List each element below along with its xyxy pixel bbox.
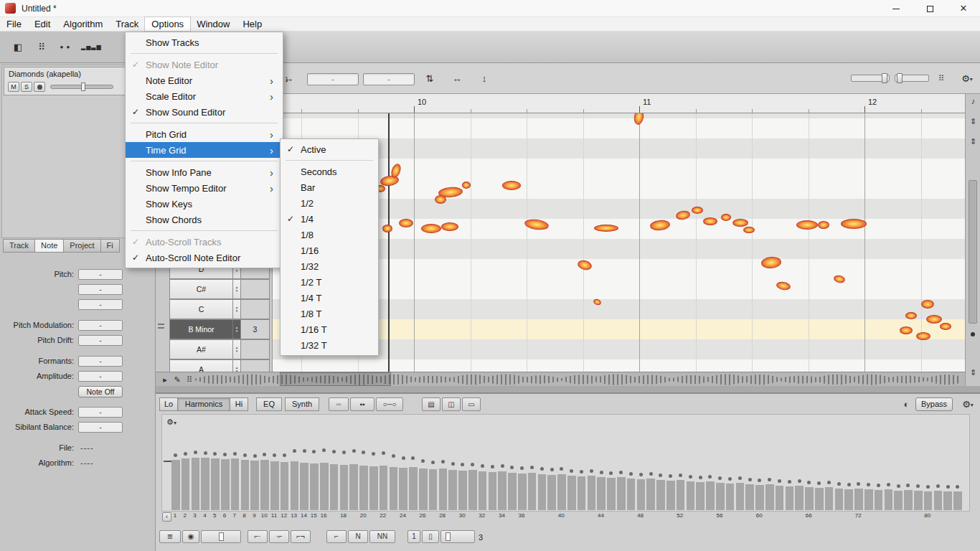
harmonic-bar[interactable] [815, 488, 824, 510]
pitch-ruler-cell-a[interactable]: A#▴▾ [169, 339, 241, 359]
harmonic-marker-dot[interactable] [570, 469, 573, 473]
harmonic-bar[interactable] [547, 475, 556, 510]
options-menu-item-show-info-pane[interactable]: Show Info Pane› [126, 164, 283, 180]
harmonic-bar[interactable] [924, 491, 933, 510]
harmonic-marker-dot[interactable] [223, 453, 227, 456]
harmonic-bar[interactable] [241, 460, 250, 510]
note-blob[interactable] [524, 218, 550, 232]
harmonic-marker-dot[interactable] [867, 483, 870, 486]
options-menu-item-show-sound-editor[interactable]: ✓Show Sound Editor [126, 104, 283, 120]
harmonic-marker-dot[interactable] [471, 463, 474, 466]
time-spread-icon-button[interactable]: ↔ [447, 71, 467, 86]
harmonic-marker-dot[interactable] [916, 484, 920, 488]
note-blob[interactable] [760, 256, 781, 269]
sound-tab-synth[interactable]: Synth [285, 397, 319, 411]
voice-slider[interactable] [440, 530, 475, 543]
harmonic-marker-dot[interactable] [669, 474, 672, 478]
harmonic-marker-dot[interactable] [520, 466, 524, 470]
harmonic-bar[interactable] [885, 489, 893, 510]
solo-button[interactable]: S [21, 82, 32, 92]
harmonic-marker-dot[interactable] [362, 451, 365, 454]
harmonic-bar[interactable] [479, 471, 487, 510]
sound-tab-harmonics[interactable]: Harmonics [177, 397, 230, 411]
harmonic-marker-dot[interactable] [213, 452, 217, 456]
harmonic-bar[interactable] [745, 484, 754, 510]
time-grid-item-1-32[interactable]: 1/32 [281, 258, 378, 274]
harmonic-bar[interactable] [795, 486, 804, 510]
time-grid-item-active[interactable]: ✓Active [281, 141, 378, 157]
sound-tool-boxes-icon[interactable]: ▫▫ [329, 397, 349, 411]
shape-corner-button[interactable]: ⌐ [326, 530, 347, 543]
record-arm-button[interactable] [34, 82, 45, 92]
harmonic-marker-dot[interactable] [174, 453, 177, 457]
harmonic-marker-dot[interactable] [609, 471, 613, 475]
note-blob[interactable] [900, 326, 913, 334]
vertical-shift-icon-button[interactable]: ↕ [474, 71, 494, 86]
harmonic-marker-dot[interactable] [897, 484, 900, 488]
pencil-icon[interactable]: ✎ [171, 374, 183, 385]
harmonic-bar[interactable] [419, 468, 428, 510]
menubar-item-edit[interactable]: Edit [28, 17, 57, 31]
menubar-item-options[interactable]: Options [145, 17, 190, 31]
note-blob[interactable] [382, 225, 392, 232]
scroll-thumb[interactable] [280, 372, 391, 386]
harmonic-marker-dot[interactable] [372, 452, 375, 456]
harmonic-marker-dot[interactable] [877, 484, 880, 487]
harmonic-bar[interactable] [953, 491, 962, 510]
harmonic-bar[interactable] [458, 471, 467, 510]
harmonic-bar[interactable] [508, 473, 517, 510]
options-menu-item-scale-editor[interactable]: Scale Editor› [126, 88, 283, 104]
macro-dropdown-1[interactable]: - [307, 73, 359, 85]
note-blob[interactable] [721, 214, 731, 221]
pitch-fader-icon-button[interactable]: ⇅ [420, 71, 440, 86]
harmonic-bar[interactable] [409, 467, 418, 510]
harmonic-bar[interactable] [390, 467, 398, 510]
harmonic-marker-dot[interactable] [649, 472, 653, 476]
time-grid-item-1-4-t[interactable]: 1/4 T [281, 290, 378, 306]
harmonic-marker-dot[interactable] [312, 450, 316, 453]
harmonic-bar[interactable] [448, 470, 457, 510]
harmonic-bar[interactable] [597, 477, 606, 510]
harmonic-bar[interactable] [716, 483, 725, 510]
harmonic-bar[interactable] [934, 491, 943, 510]
harmonic-bar[interactable] [538, 474, 547, 510]
note-blob[interactable] [703, 217, 717, 225]
note-blob[interactable] [577, 258, 593, 271]
menubar-item-algorithm[interactable]: Algorithm [57, 17, 109, 31]
harmonic-bar[interactable] [578, 476, 586, 510]
pitch-ruler-cell-a[interactable]: A▴▾ [169, 359, 241, 372]
harmonic-marker-dot[interactable] [778, 479, 781, 483]
note-blob[interactable] [916, 332, 930, 340]
minimize-button[interactable] [885, 0, 907, 17]
grid-icon-button[interactable]: ⠿ [933, 72, 950, 85]
harmonic-marker-dot[interactable] [798, 479, 801, 483]
harmonic-bar[interactable] [192, 458, 200, 510]
note-blob[interactable] [594, 225, 618, 232]
note-blob[interactable] [462, 182, 471, 189]
harmonic-marker-dot[interactable] [807, 481, 811, 484]
harmonic-bar[interactable] [171, 460, 180, 510]
spectrum-gear-icon[interactable]: ⚙▾ [166, 418, 176, 427]
pitch-modulation-box[interactable]: - [78, 320, 123, 331]
harmonic-marker-dot[interactable] [857, 482, 860, 486]
time-grid-item-bar[interactable]: Bar [281, 179, 378, 195]
harmonic-marker-dot[interactable] [817, 481, 821, 485]
options-menu-item-auto-scroll-tracks[interactable]: ✓Auto-Scroll Tracks [126, 234, 283, 250]
knob-icon-button[interactable]: ◉ [182, 530, 199, 543]
options-menu-item-note-editor[interactable]: Note Editor› [126, 72, 283, 88]
harmonic-bar[interactable] [677, 480, 685, 510]
menubar-item-track[interactable]: Track [109, 17, 145, 31]
pitch-spinner-icon[interactable]: ▴▾ [232, 320, 240, 339]
note-blob[interactable] [633, 113, 645, 126]
harmonic-marker-dot[interactable] [827, 481, 831, 484]
sound-tab-eq[interactable]: EQ [256, 397, 282, 411]
shape-nn-button[interactable]: NN [369, 530, 395, 543]
pitch-spinner-icon[interactable]: ▴▾ [232, 300, 240, 319]
time-grid-item-1-8-t[interactable]: 1/8 T [281, 306, 378, 321]
mute-button[interactable]: M [8, 82, 19, 92]
playback-cursor[interactable] [388, 113, 390, 372]
scrub-grid-icon[interactable]: ⠿ [184, 374, 195, 385]
tab-track[interactable]: Track [3, 239, 35, 253]
ruler-handle-icon[interactable] [158, 324, 164, 329]
harmonic-marker-dot[interactable] [659, 474, 662, 477]
